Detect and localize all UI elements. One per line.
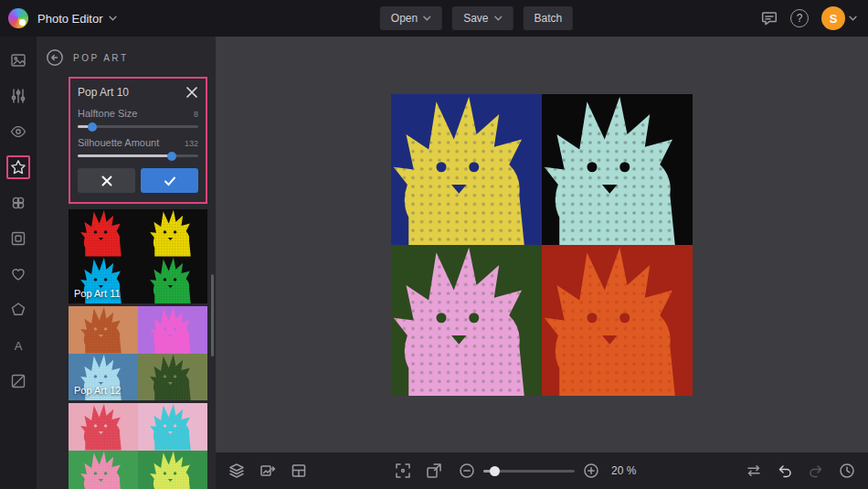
undo-icon[interactable] bbox=[777, 462, 793, 479]
tool-text-icon[interactable]: A bbox=[6, 334, 30, 357]
save-button[interactable]: Save bbox=[452, 6, 513, 30]
tool-image-icon[interactable] bbox=[6, 48, 30, 72]
tool-draw-icon[interactable] bbox=[6, 369, 30, 393]
help-glyph: ? bbox=[797, 12, 803, 25]
tool-eye-icon[interactable] bbox=[6, 120, 30, 144]
chevron-down-icon bbox=[494, 16, 503, 21]
silhouette-amount-value: 132 bbox=[185, 139, 198, 148]
view-tools bbox=[395, 462, 442, 479]
halftone-size-slider[interactable] bbox=[78, 125, 198, 128]
tool-star-icon[interactable] bbox=[6, 155, 30, 179]
chevron-down-icon bbox=[849, 16, 857, 21]
app-logo-icon[interactable] bbox=[8, 8, 28, 28]
check-icon bbox=[164, 175, 176, 187]
chevron-down-icon bbox=[109, 16, 117, 21]
batch-button[interactable]: Batch bbox=[524, 6, 574, 30]
document-tools bbox=[228, 462, 307, 479]
tool-adjustments-icon[interactable] bbox=[6, 84, 30, 108]
zoom-controls: 20 % bbox=[459, 462, 636, 479]
preset-label: Pop Art 12 bbox=[74, 385, 121, 396]
toggle-original-icon[interactable] bbox=[746, 462, 762, 479]
silhouette-amount-slider[interactable] bbox=[78, 154, 198, 157]
zoom-slider-thumb[interactable] bbox=[490, 466, 500, 476]
topbar-right: ? S bbox=[761, 6, 868, 30]
bottom-bar: 20 % bbox=[216, 452, 868, 489]
zoom-level: 20 % bbox=[611, 464, 636, 477]
cancel-filter-button[interactable] bbox=[78, 168, 135, 193]
slider-thumb[interactable] bbox=[88, 122, 97, 132]
active-filter-card: Pop Art 10 Halftone Size 8 Silhouette Am… bbox=[69, 77, 207, 204]
close-icon bbox=[101, 175, 113, 187]
apply-filter-button[interactable] bbox=[141, 168, 198, 193]
app-title-label: Photo Editor bbox=[37, 12, 103, 26]
preset-pop-art-11[interactable]: Pop Art 11 bbox=[69, 209, 207, 303]
topbar-center-actions: Open Save Batch bbox=[380, 6, 573, 30]
tool-shapes-icon[interactable] bbox=[6, 298, 30, 322]
preset-label: Pop Art 11 bbox=[74, 288, 121, 299]
tool-frame-icon[interactable] bbox=[6, 227, 30, 250]
artwork-image[interactable] bbox=[391, 94, 693, 396]
svg-text:A: A bbox=[15, 339, 23, 353]
zoom-in-icon[interactable] bbox=[583, 462, 599, 479]
fit-screen-icon[interactable] bbox=[395, 462, 411, 479]
tool-rail: A bbox=[0, 37, 37, 489]
tool-effects-icon[interactable] bbox=[6, 191, 30, 215]
open-button[interactable]: Open bbox=[380, 6, 442, 30]
tool-favorites-icon[interactable] bbox=[6, 262, 30, 286]
feedback-chat-icon[interactable] bbox=[761, 10, 778, 27]
close-icon[interactable] bbox=[185, 86, 198, 99]
panel-scrollbar[interactable] bbox=[211, 274, 214, 356]
chevron-down-icon bbox=[423, 16, 431, 21]
pop-art-panel: POP ART Pop Art 10 Halftone Size 8 bbox=[37, 37, 216, 489]
history-tools bbox=[746, 462, 855, 479]
preset-pop-art-12[interactable]: Pop Art 12 bbox=[69, 306, 207, 400]
avatar: S bbox=[821, 6, 845, 30]
pop-art-image bbox=[391, 94, 693, 396]
preset-thumbnail bbox=[69, 403, 207, 489]
layers-icon[interactable] bbox=[228, 462, 245, 479]
panel-header: POP ART bbox=[37, 37, 216, 77]
preview-icon[interactable] bbox=[426, 462, 442, 479]
slider-fill bbox=[78, 154, 172, 157]
filter-name: Pop Art 10 bbox=[78, 86, 129, 99]
preset-pop-art-13[interactable] bbox=[69, 403, 207, 489]
account-menu[interactable]: S bbox=[821, 6, 857, 30]
silhouette-amount-label: Silhouette Amount bbox=[78, 137, 159, 148]
canvas-area bbox=[216, 37, 868, 452]
batch-label: Batch bbox=[535, 12, 563, 25]
help-icon[interactable]: ? bbox=[790, 9, 809, 27]
panel-title: POP ART bbox=[73, 53, 128, 63]
app-title-menu[interactable]: Photo Editor bbox=[37, 12, 117, 26]
halftone-size-label: Halftone Size bbox=[78, 108, 137, 119]
back-icon[interactable] bbox=[46, 48, 64, 67]
collage-icon[interactable] bbox=[291, 462, 307, 479]
slider-thumb[interactable] bbox=[167, 152, 176, 161]
halftone-size-value: 8 bbox=[194, 110, 198, 119]
replace-image-icon[interactable] bbox=[259, 462, 276, 479]
zoom-out-icon[interactable] bbox=[459, 462, 475, 479]
silhouette-amount-control: Silhouette Amount 132 bbox=[78, 137, 198, 157]
redo-icon[interactable] bbox=[808, 462, 824, 479]
zoom-slider[interactable] bbox=[483, 470, 575, 473]
halftone-size-control: Halftone Size 8 bbox=[78, 108, 198, 128]
top-bar: Photo Editor Open Save Batch ? S bbox=[0, 0, 868, 37]
open-label: Open bbox=[391, 12, 418, 25]
save-label: Save bbox=[463, 12, 488, 25]
history-icon[interactable] bbox=[839, 462, 855, 479]
